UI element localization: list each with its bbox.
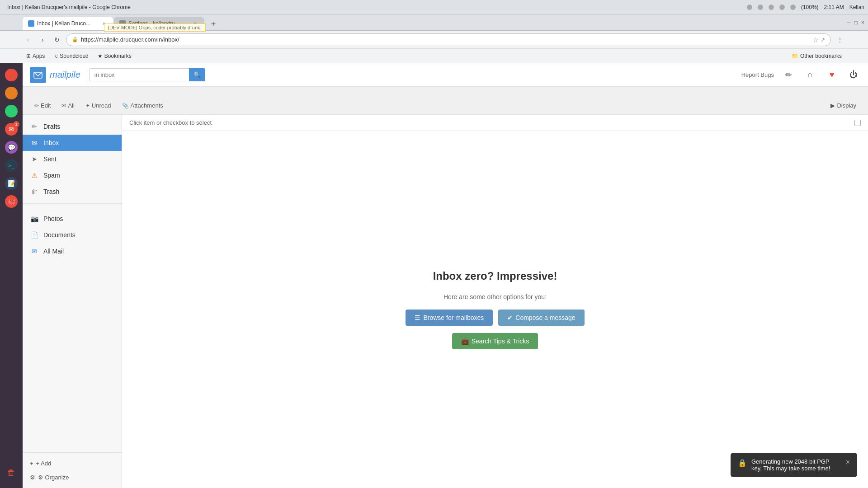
dock-item-mail[interactable]: ✉ 1	[3, 121, 19, 137]
mailpile-logo-svg	[33, 70, 43, 80]
bookmark-star-icon[interactable]: ☆	[813, 36, 819, 43]
inbox-zero-title: Inbox zero? Impressive!	[433, 270, 557, 282]
toolbar-attachments-btn[interactable]: 📎 Attachments	[118, 100, 168, 111]
home-icon-btn[interactable]: ⌂	[803, 68, 817, 82]
sidebar-divider	[23, 203, 122, 207]
edit-icon-btn[interactable]: ✏	[781, 68, 796, 82]
unread-btn-icon: ✦	[85, 103, 90, 109]
dock-item-terminal[interactable]: >_	[3, 157, 19, 174]
dock-item-3[interactable]	[3, 103, 19, 119]
drafts-icon: ✏	[30, 123, 39, 130]
search-input[interactable]	[90, 68, 189, 81]
organize-button[interactable]: ⚙ ⚙ Organize	[23, 470, 122, 484]
chrome-close[interactable]: ×	[861, 19, 864, 26]
add-label: + Add	[36, 460, 52, 467]
heart-icon-btn[interactable]: ♥	[825, 68, 839, 82]
chrome-menu-button[interactable]: ⋮	[835, 34, 845, 45]
search-button[interactable]: 🔍	[189, 68, 205, 81]
chrome-sys-icon-5	[790, 5, 796, 10]
new-tab-button[interactable]: +	[207, 18, 220, 30]
dock-circle-github: 🐙	[5, 195, 18, 208]
dev-mode-notice: [DEV MODE] Oops, coder probably drunk.	[104, 23, 206, 32]
sent-icon: ➤	[30, 155, 39, 163]
chrome-sys-icon-3	[769, 5, 774, 10]
report-bugs-link[interactable]: Report Bugs	[741, 71, 774, 78]
chrome-maximize[interactable]: □	[854, 19, 858, 26]
search-tips-button[interactable]: 💼 Search Tips & Tricks	[452, 333, 538, 349]
sidebar-spam-label: Spam	[43, 172, 114, 179]
trash-icon: 🗑	[30, 188, 39, 195]
chrome-sys-icon-1	[747, 5, 752, 10]
dock-item-1[interactable]	[3, 67, 19, 83]
toolbar-all-btn[interactable]: ✉ All	[57, 100, 79, 111]
reload-button[interactable]: ↻	[52, 34, 62, 45]
bookmark-soundcloud-label: Soundcloud	[60, 53, 88, 59]
sidebar-item-documents[interactable]: 📄 Documents	[23, 227, 122, 243]
bookmark-bookmarks-label: Bookmarks	[104, 53, 132, 59]
toolbar-unread-btn[interactable]: ✦ Unread	[81, 100, 116, 111]
sidebar-item-all-mail[interactable]: ✉ All Mail	[23, 243, 122, 259]
spam-icon: ⚠	[30, 172, 39, 179]
search-bar: 🔍	[90, 68, 216, 81]
folder-icon: 📁	[792, 53, 798, 59]
share-icon[interactable]: ↗	[821, 37, 825, 43]
select-hint-text: Click item or checkbox to select	[129, 119, 212, 126]
app-dock: ✉ 1 💬 >_ 📝 🐙 🗑	[0, 63, 23, 488]
dock-item-2[interactable]	[3, 85, 19, 101]
toolbar-edit-btn[interactable]: ✏ Edit	[30, 100, 55, 111]
apps-icon: ⊞	[26, 53, 31, 59]
compose-message-button[interactable]: ✔ Compose a message	[498, 310, 584, 326]
compose-icon: ✔	[507, 314, 513, 321]
dock-circle-editor: 📝	[5, 177, 18, 190]
inbox-empty-state: Inbox zero? Impressive! Here are some ot…	[122, 131, 868, 488]
edit-icon: ✏	[785, 70, 792, 80]
sidebar-item-photos[interactable]: 📷 Photos	[23, 211, 122, 227]
dock-circle-terminal: >_	[5, 159, 18, 172]
dock-item-chat[interactable]: 💬	[3, 139, 19, 155]
sidebar-sent-label: Sent	[43, 155, 114, 163]
sidebar-item-sent[interactable]: ➤ Sent	[23, 151, 122, 167]
display-btn[interactable]: ▶ Display	[826, 100, 861, 111]
tab-inbox[interactable]: Inbox | Kellan Druco... ×	[23, 17, 113, 30]
bookmark-apps[interactable]: ⊞ Apps	[23, 51, 48, 61]
edit-btn-icon: ✏	[34, 103, 39, 109]
power-icon-btn[interactable]: ⏻	[846, 68, 861, 82]
app-layout: ✉ 1 💬 >_ 📝 🐙 🗑	[0, 63, 868, 488]
dock-trash[interactable]: 🗑	[3, 465, 19, 481]
select-all-checkbox[interactable]	[854, 120, 861, 126]
dock-item-editor[interactable]: 📝	[3, 175, 19, 192]
browse-mailboxes-button[interactable]: ☰ Browse for mailboxes	[406, 310, 493, 326]
mailpile-logo: mailpile	[30, 67, 80, 83]
dock-circle-1	[5, 69, 18, 81]
sidebar-bottom: + + Add ⚙ ⚙ Organize	[23, 452, 122, 488]
back-button[interactable]: ‹	[23, 34, 33, 45]
sidebar-item-trash[interactable]: 🗑 Trash	[23, 183, 122, 200]
sidebar-item-inbox[interactable]: ✉ Inbox	[23, 135, 122, 151]
other-bookmarks[interactable]: 📁 Other bookmarks	[788, 51, 845, 61]
address-bar[interactable]: 🔒 https://mailpile.drucquer.com/in/inbox…	[66, 33, 831, 46]
organize-label: ⚙ Organize	[38, 474, 69, 481]
toast-close-button[interactable]: ×	[846, 458, 850, 466]
app-header: mailpile 🔍 Report Bugs ✏ ⌂ ♥ ⏻	[23, 63, 868, 87]
inbox-options-text: Here are some other options for you:	[443, 293, 547, 300]
documents-icon: 📄	[30, 231, 39, 239]
sidebar-item-drafts[interactable]: ✏ Drafts	[23, 118, 122, 135]
heart-icon: ♥	[830, 70, 835, 80]
dock-item-github[interactable]: 🐙	[3, 193, 19, 210]
sidebar-item-spam[interactable]: ⚠ Spam	[23, 167, 122, 183]
sidebar-trash-label: Trash	[43, 188, 114, 195]
main-layout: ✏ Drafts ✉ Inbox ➤ Sent ⚠ Spam	[23, 115, 868, 488]
select-bar: Click item or checkbox to select	[122, 115, 868, 131]
add-icon: +	[30, 460, 33, 467]
chrome-minimize[interactable]: ─	[847, 19, 851, 26]
add-button[interactable]: + + Add	[23, 456, 122, 470]
bookmark-soundcloud[interactable]: ♫ Soundcloud	[50, 51, 92, 61]
tab-inbox-favicon	[28, 20, 34, 27]
dock-circle-2	[5, 87, 18, 99]
toast-lock-icon: 🔒	[738, 459, 747, 467]
sidebar-inbox-label: Inbox	[43, 139, 114, 146]
forward-button[interactable]: ›	[37, 34, 48, 45]
chrome-window-controls: ─ □ ×	[847, 14, 868, 31]
bookmark-bookmarks[interactable]: ★ Bookmarks	[94, 51, 135, 61]
chrome-sys-icon-4	[779, 5, 785, 10]
